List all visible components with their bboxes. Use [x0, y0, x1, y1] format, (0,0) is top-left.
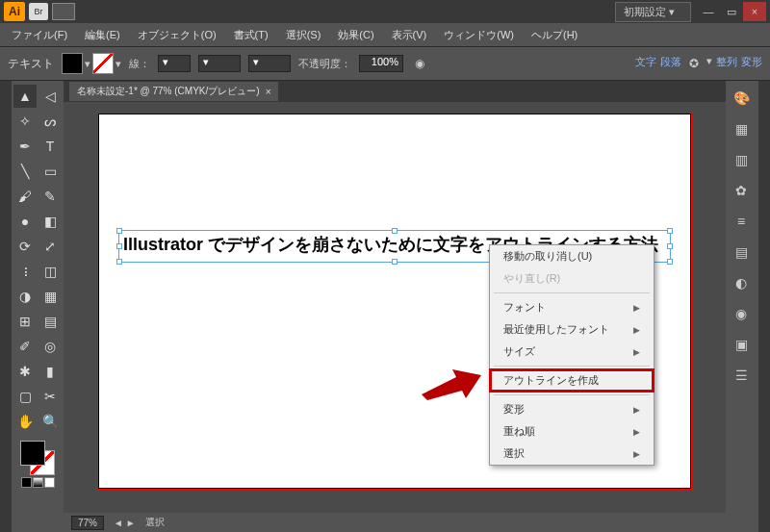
graphic-styles-panel-icon[interactable]: ▣	[728, 333, 755, 356]
stroke-label: 線：	[129, 57, 150, 71]
opentype-icon[interactable]: ✪	[685, 55, 703, 72]
recolor-icon[interactable]: ◉	[411, 55, 428, 72]
gradient-tool[interactable]: ▤	[38, 310, 62, 333]
tutorial-arrow-icon	[422, 367, 481, 400]
submenu-arrow-icon: ▶	[633, 303, 640, 313]
mesh-tool[interactable]: ⊞	[13, 310, 37, 333]
resize-handle[interactable]	[667, 259, 673, 265]
minimize-button[interactable]: —	[697, 2, 720, 21]
paintbrush-tool[interactable]: 🖌	[13, 185, 37, 208]
nav-arrows[interactable]: ◄ ►	[114, 518, 136, 528]
free-transform-tool[interactable]: ◫	[38, 260, 62, 283]
line-tool[interactable]: ╲	[13, 160, 37, 183]
slice-tool[interactable]: ✂	[38, 385, 62, 408]
transform-panel-link[interactable]: 変形	[741, 55, 762, 72]
appearance-panel-icon[interactable]: ◉	[728, 302, 755, 325]
stroke-width-field[interactable]: ▾	[158, 55, 191, 72]
eyedropper-tool[interactable]: ✐	[13, 335, 37, 358]
svg-marker-0	[422, 369, 481, 400]
layers-panel-icon[interactable]: ☰	[728, 364, 755, 387]
left-gutter	[0, 81, 12, 532]
resize-handle[interactable]	[116, 243, 122, 249]
stroke-color-swatch[interactable]	[92, 53, 114, 74]
right-panels: 🎨 ▦ ▥ ✿ ≡ ▤ ◐ ◉ ▣ ☰	[726, 81, 758, 532]
magic-wand-tool[interactable]: ✧	[13, 110, 37, 133]
context-recent-fonts[interactable]: 最近使用したフォント▶	[490, 318, 654, 341]
scale-tool[interactable]: ⤢	[38, 235, 62, 258]
context-menu: 移動の取り消し(U) やり直し(R) フォント▶ 最近使用したフォント▶ サイズ…	[489, 244, 654, 466]
menu-effect[interactable]: 効果(C)	[330, 25, 381, 45]
rotate-tool[interactable]: ⟳	[13, 235, 37, 258]
eraser-tool[interactable]: ◧	[38, 210, 62, 233]
menu-type[interactable]: 書式(T)	[226, 25, 276, 45]
fill-color-swatch[interactable]	[62, 53, 83, 74]
paragraph-panel-link[interactable]: 段落	[660, 55, 681, 72]
align-panel-link[interactable]: 整列	[716, 55, 737, 72]
document-tab-close-icon[interactable]: ×	[266, 87, 271, 97]
selection-tool[interactable]: ▲	[13, 85, 37, 108]
restore-button[interactable]: ▭	[720, 2, 743, 21]
color-panel-icon[interactable]: 🎨	[728, 87, 755, 110]
resize-handle[interactable]	[116, 228, 122, 234]
resize-handle[interactable]	[392, 228, 398, 234]
resize-handle[interactable]	[667, 243, 673, 249]
swatches-panel-icon[interactable]: ▦	[728, 117, 755, 140]
transparency-panel-icon[interactable]: ◐	[728, 271, 755, 294]
context-create-outlines[interactable]: アウトラインを作成	[490, 369, 654, 392]
symbol-sprayer-tool[interactable]: ✱	[13, 360, 37, 383]
pencil-tool[interactable]: ✎	[38, 185, 62, 208]
menu-view[interactable]: 表示(V)	[384, 25, 435, 45]
zoom-tool[interactable]: 🔍	[38, 410, 62, 433]
symbols-panel-icon[interactable]: ✿	[728, 179, 755, 202]
document-tab[interactable]: 名称未設定-1* @ 77% (CMYK/プレビュー) ×	[69, 82, 278, 101]
artboard-tool[interactable]: ▢	[13, 385, 37, 408]
context-arrange[interactable]: 重ね順▶	[490, 420, 654, 443]
stroke-panel-icon[interactable]: ≡	[728, 210, 755, 233]
menu-help[interactable]: ヘルプ(H)	[524, 25, 585, 45]
rectangle-tool[interactable]: ▭	[38, 160, 62, 183]
perspective-tool[interactable]: ▦	[38, 285, 62, 308]
context-undo-move[interactable]: 移動の取り消し(U)	[490, 245, 654, 267]
resize-handle[interactable]	[667, 228, 673, 234]
type-tool[interactable]: T	[38, 135, 62, 158]
context-separator	[494, 366, 650, 367]
workspace-selector[interactable]: 初期設定 ▾	[615, 2, 691, 22]
brush-field[interactable]: ▾	[248, 55, 291, 72]
lasso-tool[interactable]: ᔕ	[38, 110, 62, 133]
width-tool[interactable]: ⫶	[13, 260, 37, 283]
brushes-panel-icon[interactable]: ▥	[728, 148, 755, 171]
context-size[interactable]: サイズ▶	[490, 341, 654, 363]
graph-tool[interactable]: ▮	[38, 360, 62, 383]
opacity-field[interactable]: 100%	[359, 55, 403, 72]
zoom-field[interactable]: 77%	[71, 516, 104, 530]
menu-window[interactable]: ウィンドウ(W)	[436, 25, 522, 45]
fill-stroke-swatches[interactable]	[20, 441, 55, 475]
gradient-panel-icon[interactable]: ▤	[728, 241, 755, 264]
submenu-arrow-icon: ▶	[633, 325, 640, 335]
none-mode-icon[interactable]	[44, 477, 55, 488]
pen-tool[interactable]: ✒	[13, 135, 37, 158]
dash-style-field[interactable]: ▾	[198, 55, 241, 72]
layout-selector-icon[interactable]	[52, 3, 75, 20]
direct-selection-tool[interactable]: ◁	[38, 85, 62, 108]
menu-file[interactable]: ファイル(F)	[4, 25, 75, 45]
shape-builder-tool[interactable]: ◑	[13, 285, 37, 308]
blob-brush-tool[interactable]: ●	[13, 210, 37, 233]
context-transform[interactable]: 変形▶	[490, 398, 654, 420]
character-panel-link[interactable]: 文字	[635, 55, 656, 72]
resize-handle[interactable]	[116, 259, 122, 265]
context-font[interactable]: フォント▶	[490, 296, 654, 318]
menu-object[interactable]: オブジェクト(O)	[130, 25, 224, 45]
hand-tool[interactable]: ✋	[13, 410, 37, 433]
context-select[interactable]: 選択▶	[490, 443, 654, 465]
menu-edit[interactable]: 編集(E)	[77, 25, 128, 45]
blend-tool[interactable]: ◎	[38, 335, 62, 358]
gradient-mode-icon[interactable]	[33, 477, 43, 488]
menu-select[interactable]: 選択(S)	[278, 25, 329, 45]
resize-handle[interactable]	[392, 259, 398, 265]
selection-mode-label: テキスト	[8, 56, 54, 72]
color-mode-icon[interactable]	[21, 477, 32, 488]
bridge-icon[interactable]: Br	[29, 3, 48, 20]
close-button[interactable]: ×	[743, 2, 766, 21]
opacity-label: 不透明度：	[298, 57, 351, 71]
